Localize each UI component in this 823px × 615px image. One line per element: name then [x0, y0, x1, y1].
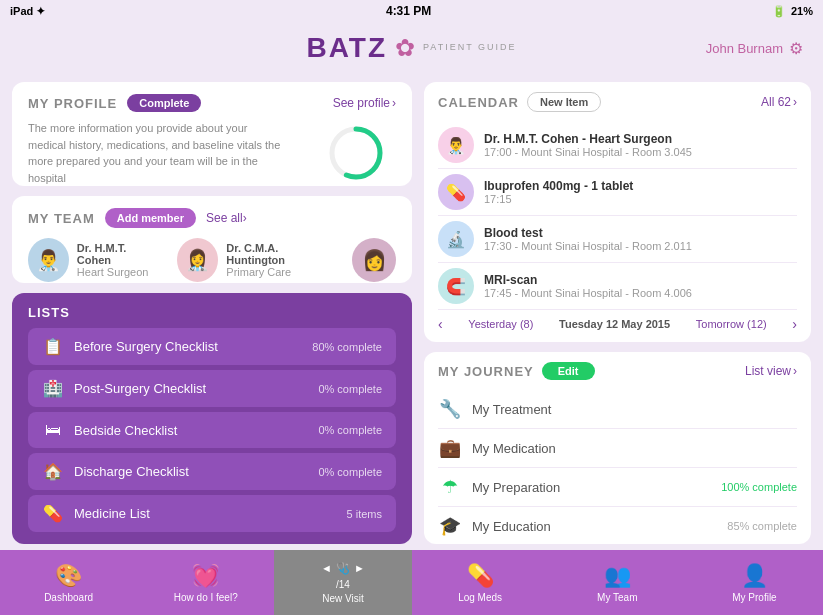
see-all-link[interactable]: See all › [206, 211, 247, 225]
journey-item[interactable]: 💼 My Medication [438, 429, 797, 468]
member-info: Dr. H.M.T. Cohen Heart Surgeon [77, 242, 158, 278]
calendar-event[interactable]: 🔬 Blood test 17:30 - Mount Sinai Hospita… [438, 216, 797, 263]
user-name: John Burnam [706, 41, 783, 56]
list-item[interactable]: 🏠 Discharge Checklist 0% complete [28, 453, 396, 490]
preparation-icon: ☂ [438, 476, 462, 498]
tab-my-profile[interactable]: 👤 My Profile [686, 550, 823, 615]
avatar: 👨‍⚕️ [28, 238, 69, 282]
prev-day-button[interactable]: ‹ [438, 316, 443, 332]
list-status: 0% complete [318, 383, 382, 395]
user-info: John Burnam ⚙ [706, 39, 803, 58]
visit-nav: ◄ 🩺 ► [321, 562, 365, 575]
journey-item[interactable]: 🎓 My Education 85% complete [438, 507, 797, 544]
calendar-event[interactable]: 🧲 MRI-scan 17:45 - Mount Sinai Hospital … [438, 263, 797, 310]
list-view-link[interactable]: List view › [745, 364, 797, 378]
calendar-nav: ‹ Yesterday (8) Tuesday 12 May 2015 Tomo… [438, 310, 797, 332]
journey-item[interactable]: ☂ My Preparation 100% complete [438, 468, 797, 507]
see-profile-link[interactable]: See profile › [333, 96, 396, 110]
event-title: Blood test [484, 226, 797, 240]
tab-new-visit[interactable]: ◄ 🩺 ► /14 New Visit [274, 550, 411, 615]
gear-icon[interactable]: ⚙ [789, 39, 803, 58]
lists-card: LISTS 📋 Before Surgery Checklist 80% com… [12, 293, 412, 544]
all-items-link[interactable]: All 62 › [761, 95, 797, 109]
calendar-event[interactable]: 💊 Ibuprofen 400mg - 1 tablet 17:15 [438, 169, 797, 216]
avatar: 👩‍⚕️ [177, 238, 218, 282]
battery-percent: 21% [791, 5, 813, 17]
calendar-event[interactable]: 👨‍⚕️ Dr. H.M.T. Cohen - Heart Surgeon 17… [438, 122, 797, 169]
member-name: Dr. H.M.T. Cohen [77, 242, 158, 266]
tab-log-meds[interactable]: 💊 Log Meds [412, 550, 549, 615]
team-members: 👨‍⚕️ Dr. H.M.T. Cohen Heart Surgeon 👩‍⚕️… [28, 238, 396, 282]
profile-description: The more information you provide about y… [28, 120, 288, 186]
my-team-icon: 👥 [604, 563, 631, 589]
list-name: Discharge Checklist [74, 464, 308, 479]
event-info: Dr. H.M.T. Cohen - Heart Surgeon 17:00 -… [484, 132, 797, 158]
next-day-button[interactable]: › [792, 316, 797, 332]
status-time: 4:31 PM [386, 4, 431, 18]
logo-subtitle: PATIENT GUIDE [423, 42, 517, 54]
list-item[interactable]: 🏥 Post-Surgery Checklist 0% complete [28, 370, 396, 407]
team-title: MY TEAM [28, 211, 95, 226]
team-header: MY TEAM Add member See all › [28, 208, 396, 228]
medicine-icon: 💊 [42, 504, 64, 523]
list-item[interactable]: 💊 Medicine List 5 items [28, 495, 396, 532]
tab-my-team-label: My Team [597, 592, 637, 603]
lists-title: LISTS [28, 305, 396, 320]
journey-card: MY JOURNEY Edit List view › 🔧 My Treatme… [424, 352, 811, 544]
team-member: 👩‍⚕️ Dr. C.M.A. Huntington Primary Care [177, 238, 332, 282]
calendar-card: CALENDAR New Item All 62 › 👨‍⚕️ Dr. H.M.… [424, 82, 811, 342]
profile-body: The more information you provide about y… [28, 120, 396, 186]
journey-item-status: 100% complete [721, 481, 797, 493]
journey-item-name: My Preparation [472, 480, 711, 495]
profile-header: MY PROFILE Complete See profile › [28, 94, 396, 112]
education-icon: 🎓 [438, 515, 462, 537]
status-left: iPad ✦ [10, 5, 45, 18]
right-panel: CALENDAR New Item All 62 › 👨‍⚕️ Dr. H.M.… [424, 82, 811, 544]
member-role: Primary Care [226, 266, 332, 278]
member-role: Heart Surgeon [77, 266, 158, 278]
avatar: 🔬 [438, 221, 474, 257]
prev-visit-button[interactable]: ◄ [321, 562, 332, 574]
team-member: 👩 [352, 238, 396, 282]
yesterday-label[interactable]: Yesterday (8) [468, 318, 533, 330]
home-icon: 🏠 [42, 462, 64, 481]
new-item-button[interactable]: New Item [527, 92, 601, 112]
tab-my-team[interactable]: 👥 My Team [549, 550, 686, 615]
logo-flower-icon: ✿ [395, 34, 415, 62]
list-status: 5 items [347, 508, 382, 520]
tab-dashboard[interactable]: 🎨 Dashboard [0, 550, 137, 615]
list-name: Post-Surgery Checklist [74, 381, 308, 396]
list-name: Medicine List [74, 506, 337, 521]
ipad-label: iPad ✦ [10, 5, 45, 18]
member-info: Dr. C.M.A. Huntington Primary Care [226, 242, 332, 278]
left-panel: MY PROFILE Complete See profile › The mo… [12, 82, 412, 544]
event-detail: 17:00 - Mount Sinai Hospital - Room 3.04… [484, 146, 797, 158]
next-visit-button[interactable]: ► [354, 562, 365, 574]
journey-item[interactable]: 🔧 My Treatment [438, 390, 797, 429]
list-item[interactable]: 📋 Before Surgery Checklist 80% complete [28, 328, 396, 365]
profile-title: MY PROFILE [28, 96, 117, 111]
heartbeat-icon: 💓 [192, 563, 219, 589]
visit-icon: 🩺 [336, 562, 350, 575]
tab-feel-label: How do I feel? [174, 592, 238, 603]
progress-circle: 75% complete [326, 123, 386, 183]
tab-how-do-i-feel[interactable]: 💓 How do I feel? [137, 550, 274, 615]
hospital-icon: 🏥 [42, 379, 64, 398]
event-detail: 17:15 [484, 193, 797, 205]
treatment-icon: 🔧 [438, 398, 462, 420]
current-date-label: Tuesday 12 May 2015 [559, 318, 670, 330]
medication-icon: 💼 [438, 437, 462, 459]
avatar: 👨‍⚕️ [438, 127, 474, 163]
add-member-button[interactable]: Add member [105, 208, 196, 228]
tomorrow-label[interactable]: Tomorrow (12) [696, 318, 767, 330]
edit-button[interactable]: Edit [542, 362, 595, 380]
journey-item-name: My Treatment [472, 402, 787, 417]
list-item[interactable]: 🛏 Bedside Checklist 0% complete [28, 412, 396, 448]
calendar-title: CALENDAR [438, 95, 519, 110]
status-bar: iPad ✦ 4:31 PM 🔋 21% [0, 0, 823, 22]
event-info: Blood test 17:30 - Mount Sinai Hospital … [484, 226, 797, 252]
calendar-header: CALENDAR New Item All 62 › [438, 92, 797, 112]
journey-header: MY JOURNEY Edit List view › [438, 362, 797, 380]
journey-item-name: My Education [472, 519, 717, 534]
logo: BATZ ✿ PATIENT GUIDE [306, 32, 516, 64]
